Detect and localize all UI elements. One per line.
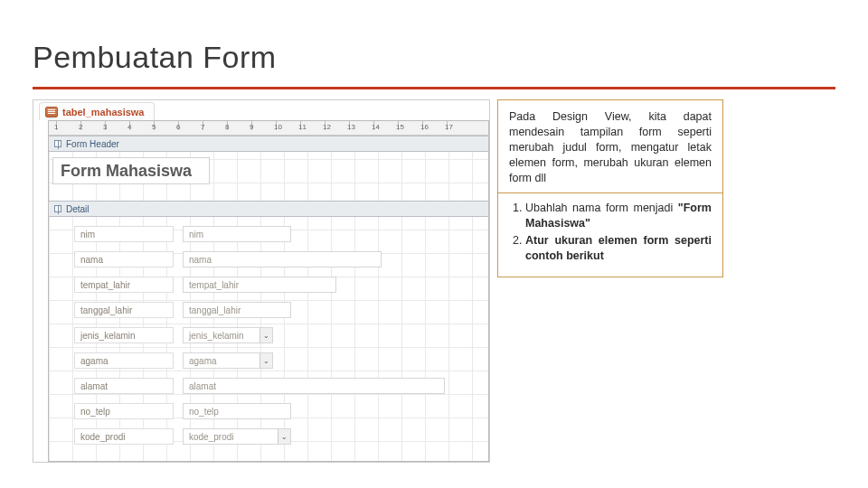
bound-field[interactable]: tempat_lahir xyxy=(183,277,336,293)
ruler-tick-label: 2 xyxy=(79,123,82,131)
bound-field[interactable]: no_telp xyxy=(183,403,291,419)
ruler-tick-label: 13 xyxy=(347,123,355,131)
form-tab-label: tabel_mahasiswa xyxy=(62,107,145,117)
section-handle-icon xyxy=(54,140,61,147)
section-handle-icon xyxy=(54,205,61,212)
callout-step: Atur ukuran elemen form seperti contoh b… xyxy=(525,233,712,264)
ruler-tick-label: 6 xyxy=(176,123,180,131)
form-title-textbox[interactable]: Form Mahasiswa xyxy=(52,157,210,184)
ruler-tick-label: 4 xyxy=(127,123,131,131)
ruler-tick-label: 10 xyxy=(274,123,282,131)
bound-field[interactable]: tanggal_lahir xyxy=(183,302,291,318)
bound-field[interactable]: agama⌄ xyxy=(183,352,273,369)
field-label[interactable]: kode_prodi xyxy=(74,428,174,445)
field-label[interactable]: nama xyxy=(74,251,174,267)
ruler-tick-label: 14 xyxy=(372,123,380,131)
ruler-tick-label: 1 xyxy=(54,123,58,131)
ruler-tick-label: 12 xyxy=(323,123,331,131)
access-form-design-screenshot: tabel_mahasiswa 12345678910 123456789101… xyxy=(33,99,490,463)
field-label[interactable]: jenis_kelamin xyxy=(74,327,174,343)
bound-field[interactable]: nim xyxy=(183,226,291,242)
ruler-tick-label: 11 xyxy=(298,123,307,131)
section-bar-form-header[interactable]: Form Header xyxy=(49,136,488,152)
field-label[interactable]: agama xyxy=(74,352,174,369)
form-icon xyxy=(45,107,58,117)
ruler-tick-label: 9 xyxy=(250,123,253,131)
bound-field[interactable]: kode_prodi⌄ xyxy=(183,428,291,445)
instruction-callout: Pada Design View, kita dapat mendesain t… xyxy=(497,99,723,277)
field-label[interactable]: alamat xyxy=(74,378,174,394)
ruler-tick-label: 3 xyxy=(103,123,107,131)
ruler-tick-label: 16 xyxy=(420,123,429,131)
bound-field[interactable]: jenis_kelamin⌄ xyxy=(183,327,273,343)
callout-divider xyxy=(498,192,722,193)
bound-field[interactable]: nama xyxy=(183,251,382,267)
form-tab[interactable]: tabel_mahasiswa xyxy=(39,102,155,120)
bound-field[interactable]: alamat xyxy=(183,378,445,394)
field-label[interactable]: tanggal_lahir xyxy=(74,302,174,318)
ruler-tick-label: 5 xyxy=(152,123,156,131)
form-title-text: Form Mahasiswa xyxy=(61,162,192,181)
horizontal-ruler: 1234567891011121314151617 xyxy=(49,121,488,136)
chevron-down-icon[interactable]: ⌄ xyxy=(259,328,272,343)
slide-title: Pembuatan Form xyxy=(33,40,277,75)
field-label[interactable]: nim xyxy=(74,226,174,242)
chevron-down-icon[interactable]: ⌄ xyxy=(278,429,290,444)
callout-step: Ubahlah nama form menjadi "Form Mahasisw… xyxy=(525,201,712,231)
ruler-tick-label: 15 xyxy=(396,123,404,131)
field-label[interactable]: tempat_lahir xyxy=(74,277,174,293)
field-label[interactable]: no_telp xyxy=(74,403,174,419)
section-label: Detail xyxy=(66,204,90,214)
ruler-tick-label: 8 xyxy=(225,123,229,131)
vertical-ruler: 12345678910 xyxy=(33,120,33,462)
section-label: Form Header xyxy=(66,139,119,149)
callout-intro: Pada Design View, kita dapat mendesain t… xyxy=(509,109,712,185)
section-bar-detail[interactable]: Detail xyxy=(49,201,488,217)
ruler-tick-label: 7 xyxy=(201,123,204,131)
callout-steps: Ubahlah nama form menjadi "Form Mahasisw… xyxy=(509,201,712,264)
design-canvas[interactable]: 1234567891011121314151617 Form Header Fo… xyxy=(48,120,489,462)
title-underline xyxy=(33,87,835,89)
ruler-tick-label: 17 xyxy=(445,123,453,131)
chevron-down-icon[interactable]: ⌄ xyxy=(259,353,272,368)
